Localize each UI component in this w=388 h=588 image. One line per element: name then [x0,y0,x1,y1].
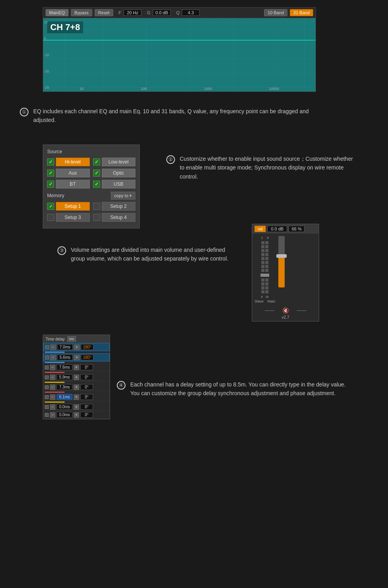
setup-row-1: ✓ Setup 1 Setup 2 [47,202,135,211]
delay-row3-plus[interactable]: + [74,365,79,370]
band10-button[interactable]: 10 Band [264,9,287,16]
main-eq-button[interactable]: MainEQ [46,9,68,16]
eq-chart[interactable]: 10 0 -10 -20 -25 CH 7+8 20 100 1000 1000… [43,18,316,91]
delay-row6-minus[interactable]: − [50,394,55,400]
delay-row5-plus[interactable]: + [74,384,79,390]
usb-checkbox[interactable]: ✓ [93,181,100,188]
source-panel: Source ✓ Hi-level ✓ Low-level ✓ Aux ✓ Op [43,145,140,228]
bypass-button[interactable]: Bypass [71,9,92,16]
aux-check-icon: ✓ [49,170,53,176]
delay-row3-phase[interactable]: 0° [80,364,93,370]
delay-row4-value[interactable]: 5.9ms [57,374,72,380]
delay-row4-phase[interactable]: 0° [80,374,93,380]
delay-row8-phase[interactable]: 0° [80,412,93,418]
delay-row8-plus[interactable]: + [74,412,79,418]
delay-row2-minus[interactable]: − [50,355,56,360]
hi-level-checkbox[interactable]: ✓ [47,158,54,166]
desc4-num: ④ [117,381,126,390]
delay-unit: ms [67,336,76,342]
delay-row8-square[interactable] [45,413,49,417]
eq-x-labels: 20 100 1000 10000 [43,87,316,91]
delay-row2-value[interactable]: 5.6ms [57,354,73,360]
copy-to-label: copy to [114,193,128,198]
setup2-btn[interactable]: Setup 2 [102,202,136,211]
delay-row6-value[interactable]: 6.1ms [57,394,72,400]
setup1-btn[interactable]: Setup 1 [56,202,90,211]
delay-row-6: − 6.1ms + 0° [43,393,110,401]
vol-top-numbers: 19 [261,236,269,240]
bt-btn[interactable]: BT [56,180,90,188]
source-row-2: ✓ Aux ✓ Optic [47,169,135,177]
delay-row1-minus[interactable]: − [50,344,56,350]
delay-row5-minus[interactable]: − [50,384,55,390]
delay-row4-square[interactable] [45,375,49,379]
setup3-checkbox[interactable] [47,214,54,221]
low-level-check-icon: ✓ [95,159,99,165]
delay-row7-plus[interactable]: + [74,404,79,410]
aux-btn[interactable]: Aux [56,169,90,177]
delay-row3-square[interactable] [45,365,49,369]
hi-level-check-icon: ✓ [49,159,53,165]
delay-row3-minus[interactable]: − [50,365,55,370]
delay-row6-phase[interactable]: 0° [80,394,93,400]
delay-row4-plus[interactable]: + [74,375,79,380]
g-value[interactable]: 0.0 dB [153,10,171,16]
delay-row5-phase[interactable]: 0° [80,384,93,390]
vol-main-slider-thumb[interactable] [276,254,287,258]
bt-checkbox[interactable]: ✓ [47,181,54,188]
usb-btn[interactable]: USB [102,180,136,188]
delay-row1-plus[interactable]: + [74,344,80,350]
delay-row7-value[interactable]: 0.0ms [57,404,72,410]
memory-row: Memory copy to [47,192,135,200]
delay-row6-plus[interactable]: + [74,394,79,400]
delay-row1-value[interactable]: 7.0ms [57,344,73,350]
hi-level-btn[interactable]: Hi-level [56,158,90,166]
copy-to-button[interactable]: copy to [111,192,135,200]
vol-db-display: 0.0 dB [267,226,287,232]
aux-checkbox[interactable]: ✓ [47,169,54,177]
setup4-btn[interactable]: Setup 4 [102,213,136,222]
delay-row6-square[interactable] [45,395,49,399]
low-level-checkbox[interactable]: ✓ [93,158,100,166]
delay-row4-minus[interactable]: − [50,375,55,380]
delay-row8-value[interactable]: 0.0ms [57,412,72,418]
low-level-btn[interactable]: Low-level [102,158,136,166]
band31-button[interactable]: 31 Band [290,9,313,16]
delay-row1-square[interactable] [45,345,49,349]
volume-panel: nd 0.0 dB 66 % 19 [252,224,319,322]
delay-row5-square[interactable] [45,385,49,389]
setup4-checkbox[interactable] [93,214,100,221]
delay-row7-square[interactable] [45,405,49,409]
reset-button[interactable]: Reset [95,9,113,16]
optic-btn[interactable]: Optic [102,169,136,177]
mute-icon[interactable]: 🔇 [282,307,289,314]
delay-row2-plus[interactable]: + [74,355,80,360]
delay-row5-indicator [45,392,65,393]
delay-row5-value[interactable]: 7.3ms [57,384,72,390]
delay-row7-minus[interactable]: − [50,404,55,410]
source-row-1: ✓ Hi-level ✓ Low-level [47,158,135,166]
delay-row3-indicator [45,372,65,373]
delay-row2-square[interactable] [45,356,49,360]
setup1-checkbox[interactable]: ✓ [47,203,54,210]
desc3-num: ③ [57,246,66,255]
copy-to-arrow-icon [130,194,132,197]
delay-row-4: − 5.9ms + 0° [43,373,110,381]
delay-row2-phase[interactable]: 180° [81,354,93,360]
delay-row-2: − 5.6ms + 180° [43,353,110,362]
vol-fader-thumb[interactable] [261,274,269,277]
optic-checkbox[interactable]: ✓ [93,169,100,177]
delay-row3-value[interactable]: 7.6ms [57,364,72,370]
q-value[interactable]: 4.3 [182,10,200,16]
vol-body: 19 [252,234,319,306]
vol-band-btn[interactable]: nd [255,226,266,232]
delay-row8-minus[interactable]: − [50,412,55,418]
delay-row1-indicator [45,352,65,353]
delay-row7-phase[interactable]: 0° [80,404,93,410]
vol-main-slider-track[interactable] [278,236,285,287]
f-value[interactable]: 20 Hz [124,10,141,16]
setup2-checkbox[interactable] [93,203,100,210]
optic-check-icon: ✓ [95,170,99,176]
delay-row1-phase[interactable]: 180° [81,344,93,350]
setup3-btn[interactable]: Setup 3 [56,213,90,222]
